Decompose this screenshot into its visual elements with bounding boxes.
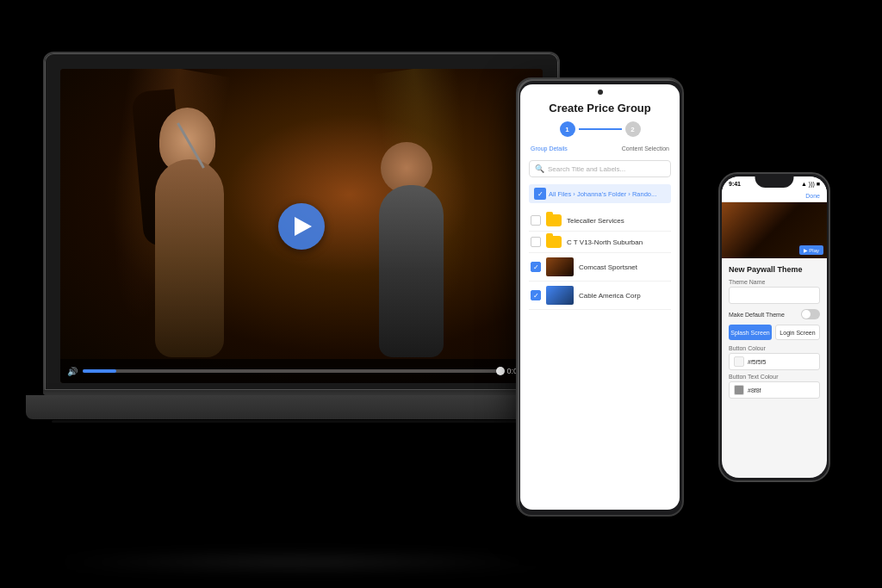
file-name-2: C T V13-North Suburban (567, 238, 669, 246)
phone-done-button[interactable]: Done (805, 193, 820, 199)
file-row[interactable]: Telecaller Services (529, 210, 671, 232)
singer-body (155, 159, 224, 357)
file-row[interactable]: ✓ Cable America Corp (529, 282, 671, 310)
play-icon (295, 217, 312, 236)
button-text-color-input[interactable]: #8f8f (729, 381, 820, 399)
play-button[interactable] (278, 203, 325, 250)
breadcrumb-row: ✓ All Files › Johanna's Folder › Rando..… (529, 184, 671, 203)
all-checked-box[interactable]: ✓ (534, 188, 546, 200)
phone: 9:41 ▲ ))) ■ Done ▶ Play New Paywall The… (718, 172, 830, 482)
file-checkbox-3[interactable]: ✓ (531, 262, 541, 272)
laptop-base (26, 395, 577, 419)
video-controls: 🔊 0:06 ⛶ (60, 359, 543, 383)
progress-fill (83, 369, 116, 373)
file-checkbox-4[interactable]: ✓ (531, 290, 541, 300)
device-shadow (43, 554, 560, 571)
search-placeholder: Search Title and Labels... (548, 165, 625, 173)
phone-nav: Done (722, 190, 827, 202)
tablet: Create Price Group 1 2 Group Details Con… (516, 77, 684, 517)
toggle-thumb (802, 310, 811, 319)
file-thumbnail-3 (546, 257, 574, 276)
screen-tab-group: Splash Screen Login Screen (729, 325, 820, 340)
step-2-circle: 2 (625, 121, 641, 137)
step-indicator: 1 2 (529, 121, 671, 137)
step-1-label: Group Details (531, 145, 568, 152)
step-line (579, 128, 622, 130)
phone-notch (755, 174, 794, 188)
laptop-bezel: 🔊 0:06 ⛶ (43, 52, 560, 392)
step-labels: Group Details Content Selection (529, 145, 671, 152)
laptop: 🔊 0:06 ⛶ (43, 52, 577, 499)
phone-screen: 9:41 ▲ ))) ■ Done ▶ Play New Paywall The… (722, 176, 827, 478)
guitarist-figure (353, 151, 491, 357)
step-1-circle: 1 (560, 121, 575, 137)
file-row[interactable]: C T V13-North Suburban (529, 232, 671, 253)
button-text-color-swatch (734, 385, 744, 395)
laptop-feet (52, 420, 551, 423)
button-color-label: Button Colour (729, 345, 820, 351)
phone-time: 9:41 (729, 181, 741, 187)
progress-track[interactable] (83, 369, 501, 373)
default-theme-toggle[interactable] (801, 309, 820, 319)
progress-dot (496, 367, 505, 375)
file-checkbox-1[interactable] (531, 215, 541, 226)
laptop-screen: 🔊 0:06 ⛶ (60, 69, 543, 383)
guitarist-body (379, 185, 444, 357)
volume-icon[interactable]: 🔊 (67, 367, 78, 376)
folder-icon-2 (546, 236, 562, 248)
login-screen-tab[interactable]: Login Screen (775, 325, 820, 340)
button-color-input[interactable]: #f5f5f5 (729, 353, 820, 370)
theme-name-label: Theme Name (729, 279, 820, 285)
file-row[interactable]: ✓ Comcast Sportsnet (529, 253, 671, 282)
phone-status-icons: ▲ ))) ■ (801, 181, 820, 187)
search-bar[interactable]: 🔍 Search Title and Labels... (529, 160, 671, 177)
folder-icon (546, 214, 562, 226)
button-text-color-value: #8f8f (748, 387, 761, 393)
phone-form: New Paywall Theme Theme Name Make Defaul… (722, 258, 827, 409)
step-2-label: Content Selection (622, 145, 669, 152)
button-color-swatch (734, 356, 744, 367)
tablet-screen: Create Price Group 1 2 Group Details Con… (520, 84, 680, 510)
scene: 🔊 0:06 ⛶ Create Price G (0, 0, 882, 588)
tablet-page-title: Create Price Group (529, 102, 671, 115)
tablet-camera (598, 90, 603, 95)
singer-figure (112, 116, 284, 357)
button-text-color-label: Button Text Colour (729, 374, 820, 380)
theme-name-input[interactable] (729, 287, 820, 304)
phone-video-badge: ▶ Play (799, 245, 823, 255)
file-name-4: Cable America Corp (579, 292, 669, 300)
file-name-1: Telecaller Services (567, 217, 669, 225)
phone-section-title: New Paywall Theme (729, 265, 820, 274)
splash-screen-tab[interactable]: Splash Screen (729, 325, 772, 340)
phone-video-thumbnail: ▶ Play (722, 202, 827, 258)
search-icon: 🔍 (535, 164, 544, 173)
file-name-3: Comcast Sportsnet (579, 263, 669, 271)
breadcrumb-path: All Files › Johanna's Folder › Rando... (549, 190, 656, 198)
button-color-value: #f5f5f5 (748, 359, 766, 365)
default-theme-label: Make Default Theme (729, 312, 785, 318)
tablet-content: Create Price Group 1 2 Group Details Con… (520, 84, 680, 510)
file-checkbox-2[interactable] (531, 237, 541, 247)
default-theme-row: Make Default Theme (729, 309, 820, 319)
file-thumbnail-4 (546, 286, 574, 305)
